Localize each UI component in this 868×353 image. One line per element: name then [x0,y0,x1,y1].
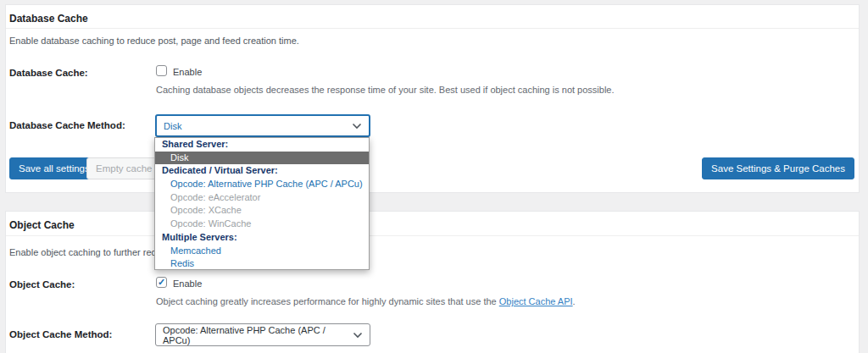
database-cache-method-select[interactable]: Disk [155,114,370,137]
dropdown-option[interactable]: Memcached [155,245,369,258]
dropdown-option[interactable]: Opcode: Alternative PHP Cache (APC / APC… [155,178,369,191]
object-cache-enable-label: Object Cache: [9,279,75,290]
divider [6,235,859,236]
database-cache-method-dropdown-list: Shared Server:DiskDedicated / Virtual Se… [154,137,370,270]
empty-cache-button[interactable]: Empty cache [86,157,161,179]
database-cache-enable-description: Caching database objects decreases the r… [156,85,615,95]
object-cache-api-link[interactable]: Object Cache API [499,296,573,306]
object-cache-method-label: Object Cache Method: [9,329,112,339]
divider [6,28,859,29]
description-text: . [573,296,576,306]
dropdown-option[interactable]: Opcode: eAccelerator [155,191,369,205]
check-icon: ✓ [158,278,165,287]
database-cache-enable-label: Database Cache: [9,68,88,78]
object-cache-enable-description: Object caching greatly increases perform… [156,296,576,306]
chevron-down-icon [353,332,363,339]
dropdown-option[interactable]: Redis [155,257,369,271]
database-cache-method-value: Disk [164,121,181,131]
object-cache-section: Object Cache Enable object caching to fu… [5,211,860,353]
database-cache-enable-checkbox-label: Enable [173,67,202,77]
save-all-settings-button[interactable]: Save all settings [9,157,99,179]
dropdown-group-label: Multiple Servers: [155,231,369,245]
dropdown-group-label: Dedicated / Virtual Server: [155,164,369,178]
object-cache-method-select[interactable]: Opcode: Alternative PHP Cache (APC / APC… [155,323,370,346]
description-text: Object caching greatly increases perform… [156,296,499,306]
database-cache-title: Database Cache [9,13,88,25]
chevron-down-icon [352,123,362,130]
database-cache-intro: Enable database caching to reduce post, … [9,36,299,46]
object-cache-enable-checkbox[interactable]: ✓ [156,277,167,288]
object-cache-intro: Enable object caching to further reduce [9,247,155,257]
object-cache-title: Object Cache [9,219,75,231]
database-cache-enable-checkbox[interactable] [156,65,167,76]
database-cache-method-label: Database Cache Method: [9,120,125,130]
dropdown-group-label: Shared Server: [155,138,369,152]
dropdown-option[interactable]: Opcode: XCache [155,204,369,218]
dropdown-option[interactable]: Opcode: WinCache [155,218,369,231]
save-settings-purge-caches-button[interactable]: Save Settings & Purge Caches [702,157,854,179]
database-cache-section: Database Cache Enable database caching t… [5,4,860,193]
dropdown-option[interactable]: Disk [155,152,369,165]
object-cache-method-value: Opcode: Alternative PHP Cache (APC / APC… [163,325,348,345]
object-cache-enable-checkbox-label: Enable [173,279,202,289]
